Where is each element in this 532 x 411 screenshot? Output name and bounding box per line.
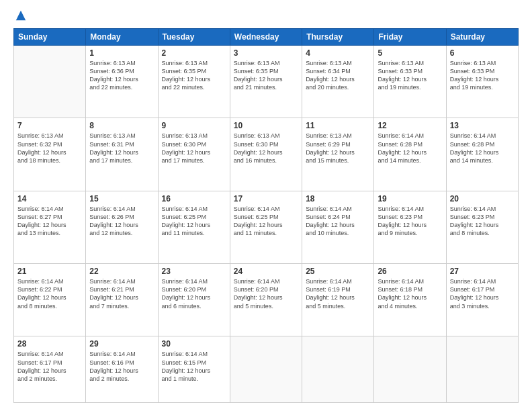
calendar-cell: 19Sunrise: 6:14 AM Sunset: 6:23 PM Dayli… [374,191,446,263]
calendar-cell: 5Sunrise: 6:13 AM Sunset: 6:33 PM Daylig… [374,46,446,118]
day-number: 16 [162,194,226,203]
day-number: 8 [89,121,154,130]
day-number: 4 [306,48,370,58]
day-header-tuesday: Tuesday [158,29,230,46]
day-number: 18 [306,194,370,203]
calendar-cell [374,336,446,403]
day-number: 25 [306,267,370,276]
calendar-cell: 18Sunrise: 6:14 AM Sunset: 6:24 PM Dayli… [302,191,374,263]
calendar-cell: 23Sunrise: 6:14 AM Sunset: 6:20 PM Dayli… [158,264,230,336]
calendar-cell: 22Sunrise: 6:14 AM Sunset: 6:21 PM Dayli… [86,264,158,336]
day-number: 6 [450,48,515,58]
calendar-cell: 29Sunrise: 6:14 AM Sunset: 6:16 PM Dayli… [86,336,158,403]
day-number: 9 [162,121,226,130]
day-info: Sunrise: 6:13 AM Sunset: 6:29 PM Dayligh… [306,132,370,165]
day-number: 7 [17,121,82,130]
calendar-cell: 25Sunrise: 6:14 AM Sunset: 6:19 PM Dayli… [302,264,374,336]
calendar-cell [230,336,302,403]
calendar-cell [446,336,518,403]
day-number: 2 [162,48,226,58]
day-info: Sunrise: 6:13 AM Sunset: 6:33 PM Dayligh… [450,59,515,92]
calendar-cell: 6Sunrise: 6:13 AM Sunset: 6:33 PM Daylig… [446,46,518,118]
day-number: 19 [378,194,442,203]
day-info: Sunrise: 6:13 AM Sunset: 6:36 PM Dayligh… [89,59,154,92]
day-number: 20 [450,194,515,203]
logo [13,12,27,21]
calendar-cell: 17Sunrise: 6:14 AM Sunset: 6:25 PM Dayli… [230,191,302,263]
day-info: Sunrise: 6:14 AM Sunset: 6:17 PM Dayligh… [450,277,515,310]
day-number: 14 [17,194,82,203]
calendar-cell: 10Sunrise: 6:13 AM Sunset: 6:30 PM Dayli… [230,118,302,191]
day-info: Sunrise: 6:14 AM Sunset: 6:24 PM Dayligh… [306,205,370,238]
calendar-cell [14,46,86,118]
calendar-cell: 27Sunrise: 6:14 AM Sunset: 6:17 PM Dayli… [446,264,518,336]
day-number: 13 [450,121,515,130]
day-info: Sunrise: 6:13 AM Sunset: 6:33 PM Dayligh… [378,59,442,92]
calendar-table: SundayMondayTuesdayWednesdayThursdayFrid… [13,28,519,403]
calendar-cell: 9Sunrise: 6:13 AM Sunset: 6:30 PM Daylig… [158,118,230,191]
day-header-saturday: Saturday [446,29,518,46]
day-number: 12 [378,121,442,130]
day-info: Sunrise: 6:14 AM Sunset: 6:22 PM Dayligh… [17,277,82,310]
day-info: Sunrise: 6:13 AM Sunset: 6:30 PM Dayligh… [234,132,298,165]
calendar-cell: 14Sunrise: 6:14 AM Sunset: 6:27 PM Dayli… [14,191,86,263]
day-number: 11 [306,121,370,130]
day-number: 26 [378,267,442,276]
calendar-week-1: 7Sunrise: 6:13 AM Sunset: 6:32 PM Daylig… [14,118,519,191]
day-info: Sunrise: 6:14 AM Sunset: 6:27 PM Dayligh… [17,205,82,238]
day-number: 28 [17,339,82,349]
day-info: Sunrise: 6:13 AM Sunset: 6:35 PM Dayligh… [162,59,226,92]
calendar-cell: 13Sunrise: 6:14 AM Sunset: 6:28 PM Dayli… [446,118,518,191]
day-number: 30 [162,339,226,349]
day-header-sunday: Sunday [14,29,86,46]
calendar-cell: 11Sunrise: 6:13 AM Sunset: 6:29 PM Dayli… [302,118,374,191]
day-info: Sunrise: 6:14 AM Sunset: 6:26 PM Dayligh… [89,205,154,238]
day-number: 3 [234,48,298,58]
calendar-cell: 16Sunrise: 6:14 AM Sunset: 6:25 PM Dayli… [158,191,230,263]
calendar-cell: 3Sunrise: 6:13 AM Sunset: 6:35 PM Daylig… [230,46,302,118]
calendar-cell: 8Sunrise: 6:13 AM Sunset: 6:31 PM Daylig… [86,118,158,191]
day-number: 29 [89,339,154,349]
calendar-week-2: 14Sunrise: 6:14 AM Sunset: 6:27 PM Dayli… [14,191,519,263]
calendar-cell: 15Sunrise: 6:14 AM Sunset: 6:26 PM Dayli… [86,191,158,263]
day-info: Sunrise: 6:13 AM Sunset: 6:32 PM Dayligh… [17,132,82,165]
day-info: Sunrise: 6:14 AM Sunset: 6:20 PM Dayligh… [162,277,226,310]
calendar-week-4: 28Sunrise: 6:14 AM Sunset: 6:17 PM Dayli… [14,336,519,403]
calendar-cell: 2Sunrise: 6:13 AM Sunset: 6:35 PM Daylig… [158,46,230,118]
day-number: 10 [234,121,298,130]
calendar-cell: 1Sunrise: 6:13 AM Sunset: 6:36 PM Daylig… [86,46,158,118]
day-number: 5 [378,48,442,58]
calendar-cell: 20Sunrise: 6:14 AM Sunset: 6:23 PM Dayli… [446,191,518,263]
day-info: Sunrise: 6:13 AM Sunset: 6:30 PM Dayligh… [162,132,226,165]
day-number: 1 [89,48,154,58]
day-info: Sunrise: 6:13 AM Sunset: 6:35 PM Dayligh… [234,59,298,92]
day-info: Sunrise: 6:14 AM Sunset: 6:16 PM Dayligh… [89,350,154,383]
day-info: Sunrise: 6:14 AM Sunset: 6:21 PM Dayligh… [89,277,154,310]
calendar-cell: 7Sunrise: 6:13 AM Sunset: 6:32 PM Daylig… [14,118,86,191]
day-number: 15 [89,194,154,203]
day-info: Sunrise: 6:14 AM Sunset: 6:20 PM Dayligh… [234,277,298,310]
day-header-friday: Friday [374,29,446,46]
calendar-cell: 12Sunrise: 6:14 AM Sunset: 6:28 PM Dayli… [374,118,446,191]
day-number: 21 [17,267,82,276]
day-info: Sunrise: 6:14 AM Sunset: 6:25 PM Dayligh… [234,205,298,238]
logo-icon [15,9,27,21]
day-number: 27 [450,267,515,276]
day-header-thursday: Thursday [302,29,374,46]
day-info: Sunrise: 6:14 AM Sunset: 6:25 PM Dayligh… [162,205,226,238]
day-header-wednesday: Wednesday [230,29,302,46]
day-number: 24 [234,267,298,276]
calendar-cell: 26Sunrise: 6:14 AM Sunset: 6:18 PM Dayli… [374,264,446,336]
calendar-cell [302,336,374,403]
calendar-cell: 30Sunrise: 6:14 AM Sunset: 6:15 PM Dayli… [158,336,230,403]
calendar-cell: 24Sunrise: 6:14 AM Sunset: 6:20 PM Dayli… [230,264,302,336]
day-info: Sunrise: 6:13 AM Sunset: 6:31 PM Dayligh… [89,132,154,165]
day-info: Sunrise: 6:14 AM Sunset: 6:17 PM Dayligh… [17,350,82,383]
day-info: Sunrise: 6:14 AM Sunset: 6:28 PM Dayligh… [378,132,442,165]
day-number: 17 [234,194,298,203]
day-info: Sunrise: 6:14 AM Sunset: 6:15 PM Dayligh… [162,350,226,383]
calendar-week-0: 1Sunrise: 6:13 AM Sunset: 6:36 PM Daylig… [14,46,519,118]
calendar-cell: 4Sunrise: 6:13 AM Sunset: 6:34 PM Daylig… [302,46,374,118]
calendar-cell: 28Sunrise: 6:14 AM Sunset: 6:17 PM Dayli… [14,336,86,403]
calendar-header-row: SundayMondayTuesdayWednesdayThursdayFrid… [14,29,519,46]
